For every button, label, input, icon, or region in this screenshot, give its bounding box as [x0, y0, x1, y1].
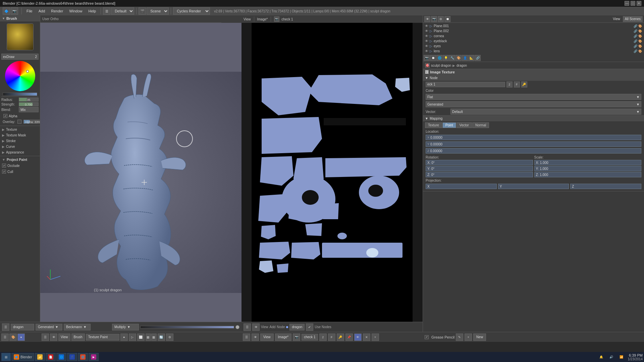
tp-btn-7[interactable]: ⚙: [166, 334, 173, 341]
tp-dot[interactable]: ●: [17, 334, 25, 341]
node-flat-dropdown[interactable]: Flat ▼: [426, 94, 641, 100]
rt-icon-7[interactable]: 👤: [462, 55, 468, 61]
scene-dropdown[interactable]: Scene: [147, 7, 169, 15]
cull-check[interactable]: ✓: [2, 170, 6, 174]
tab-normal[interactable]: Normal: [472, 122, 489, 128]
help-menu[interactable]: Help: [86, 7, 99, 15]
window-menu[interactable]: Window: [66, 7, 85, 15]
ne-frame[interactable]: 2: [319, 334, 327, 341]
mat-beck-dropdown[interactable]: Beckmann ▼: [64, 324, 91, 330]
loc-y-field[interactable]: Y 0.00000: [426, 141, 641, 147]
proj-y-field[interactable]: Y: [498, 184, 569, 189]
tp-icon-1[interactable]: ☰: [1, 334, 9, 341]
loc-x-field[interactable]: X 0.00000: [426, 135, 641, 140]
render-menu[interactable]: Render: [48, 7, 66, 15]
grid-1[interactable]: ▦: [146, 334, 151, 341]
rt-icon-5[interactable]: 🔧: [449, 55, 455, 61]
proj-z-field[interactable]: Z: [570, 184, 641, 189]
minimize-btn[interactable]: —: [625, 1, 629, 6]
mat-dot-btn[interactable]: [235, 325, 239, 329]
loc-z-field[interactable]: Z 0.00000: [426, 148, 641, 154]
tab-point[interactable]: Point: [442, 122, 456, 128]
scene-icon-btn[interactable]: 📷: [11, 7, 18, 15]
rt-icon-8[interactable]: 📐: [468, 55, 474, 61]
gp-new-btn[interactable]: New: [473, 334, 486, 341]
node-icon-3[interactable]: 🔑: [521, 81, 527, 87]
rt-icon-2[interactable]: 🔲: [430, 55, 436, 61]
scale-y-field[interactable]: Y: 1.000: [534, 166, 642, 171]
rt-icon-9[interactable]: 🔗: [475, 55, 481, 61]
view-tab-r[interactable]: View: [611, 16, 622, 22]
sys-icon-1[interactable]: 🔔: [598, 353, 605, 361]
ne-btn-x[interactable]: ✕: [363, 334, 370, 341]
node-icon-2[interactable]: F: [514, 81, 520, 87]
brush-preview[interactable]: [7, 23, 34, 50]
radius-slider[interactable]: 35: [19, 98, 39, 102]
ne-view-btn[interactable]: View: [260, 334, 274, 341]
color-wheel[interactable]: [5, 61, 35, 91]
ne-use-nodes-icon[interactable]: ✔: [306, 323, 313, 331]
layout-icon[interactable]: ☰: [103, 7, 110, 15]
mat-mult-dropdown[interactable]: Multiply ▼: [112, 324, 139, 330]
ne-cam-icon[interactable]: 📷: [293, 334, 300, 341]
overlay-slider[interactable]: Alpha: 33%: [23, 120, 40, 124]
maximize-btn[interactable]: □: [631, 1, 635, 6]
rt-icon-3[interactable]: 🌐: [436, 55, 442, 61]
overlay-check[interactable]: [17, 120, 21, 124]
render-btn-r[interactable]: 🔲: [444, 16, 450, 22]
scene-obj-4[interactable]: 👁 ▷ eyes 🔗 🎨: [423, 44, 644, 49]
occlude-check[interactable]: ✓: [2, 164, 6, 168]
uv-image-area[interactable]: [252, 23, 413, 328]
node-name-val[interactable]: eck 1: [426, 82, 505, 87]
tab-texture[interactable]: Texture: [425, 122, 442, 128]
all-scenes-tab-r[interactable]: All Scenes: [623, 16, 643, 22]
blend-dropdown[interactable]: Mix: [19, 107, 39, 112]
tp-icon-2[interactable]: 🎨: [9, 334, 17, 341]
ne-mini-2[interactable]: 👁: [252, 323, 260, 331]
ne-obj-dropdown[interactable]: dragon: [289, 324, 305, 330]
scene-obj-3[interactable]: 👁 ▷ eyeblack 🔗 🎨: [423, 39, 644, 44]
proj-x-field[interactable]: X: [426, 184, 497, 189]
stroke-section[interactable]: ▶ Stroke: [0, 138, 40, 144]
close-btn[interactable]: ✕: [637, 1, 641, 6]
layout-dropdown[interactable]: Default: [111, 7, 134, 15]
vp-icon-2[interactable]: 👁: [50, 334, 57, 341]
tab-vector[interactable]: Vector: [457, 122, 472, 128]
texture-mask-section[interactable]: ▶ Texture Mask: [0, 132, 40, 138]
ne-icon-2[interactable]: 👁: [252, 334, 259, 341]
ne-pin-btn[interactable]: 📌: [345, 334, 353, 341]
tp-mode-dropdown[interactable]: Texture Paint: [86, 334, 119, 341]
project-paint-header[interactable]: ▼ Project Paint: [0, 157, 40, 163]
engine-dropdown[interactable]: Cycles Render: [173, 7, 210, 15]
settings-btn-r[interactable]: ⚙: [438, 16, 444, 22]
color-line[interactable]: [140, 326, 234, 328]
node-gen-dropdown[interactable]: Generated ▼: [426, 101, 641, 107]
gp-icon-1[interactable]: ✎: [456, 334, 463, 341]
scene-obj-1[interactable]: 👁 ▷ Plane.002 🔗 🎨: [423, 28, 644, 34]
texture-section[interactable]: ▶ Texture: [0, 127, 40, 132]
scene-obj-5[interactable]: 👁 ▷ lens 🔗 🎨: [423, 49, 644, 54]
pdf-task[interactable]: 📄: [46, 353, 56, 361]
viewport-content[interactable]: (1) sculpt dragon: [40, 23, 241, 342]
tp-btn-4[interactable]: ▷: [129, 334, 136, 341]
rt-icon-6[interactable]: 🎨: [455, 55, 462, 61]
color-bar[interactable]: [3, 93, 37, 96]
mapping-header[interactable]: ▼ Mapping: [423, 116, 644, 121]
tp-btn-6[interactable]: 🔄: [158, 334, 165, 341]
strength-slider[interactable]: 0.700: [19, 102, 39, 106]
appearance-section[interactable]: ▶ Appearance: [0, 149, 40, 155]
mat-name-dropdown[interactable]: dragon: [11, 324, 34, 330]
sys-icon-2[interactable]: 🔊: [608, 353, 615, 361]
gp-check[interactable]: ✓: [425, 335, 429, 339]
rot-x-field[interactable]: X: 0°: [426, 160, 533, 165]
file-menu[interactable]: File: [24, 7, 35, 15]
scale-x-field[interactable]: X: 1.000: [534, 160, 642, 165]
exdraw-dropdown[interactable]: exDraw 2: [1, 54, 39, 60]
video-task[interactable]: ▶: [89, 353, 99, 361]
scene-obj-0[interactable]: 👁 ▷ Plane.001 🔗 🎨: [423, 23, 644, 28]
chrome-task[interactable]: 🌐: [78, 353, 88, 361]
ne-key-btn[interactable]: 🔑: [337, 334, 344, 341]
ne-btn-plus[interactable]: +: [372, 334, 379, 341]
rot-z-field[interactable]: Z: 0°: [426, 172, 533, 177]
ne-mini-1[interactable]: ☰: [244, 323, 251, 331]
